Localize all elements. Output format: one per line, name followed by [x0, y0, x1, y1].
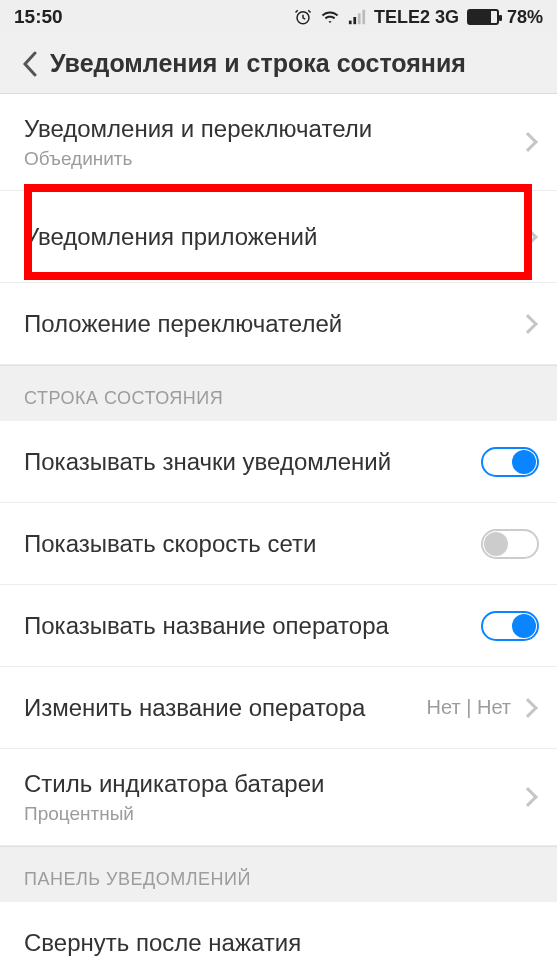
chevron-right-icon	[518, 132, 538, 152]
page-title: Уведомления и строка состояния	[50, 49, 466, 78]
section-header-statusbar: СТРОКА СОСТОЯНИЯ	[0, 365, 557, 421]
row-title: Показывать скорость сети	[24, 529, 481, 559]
wifi-icon	[320, 8, 340, 26]
row-title: Уведомления приложений	[24, 222, 521, 252]
status-bar: 15:50 TELE2 3G 78%	[0, 0, 557, 34]
row-title: Изменить название оператора	[24, 693, 427, 723]
toggle-show-speed[interactable]	[481, 529, 539, 559]
row-show-carrier-name[interactable]: Показывать название оператора	[0, 585, 557, 667]
row-app-notifications[interactable]: Уведомления приложений	[0, 191, 557, 283]
row-collapse-after-tap[interactable]: Свернуть после нажатия	[0, 902, 557, 974]
row-subtitle: Процентный	[24, 803, 521, 825]
back-button[interactable]	[10, 44, 50, 84]
row-edit-carrier-name[interactable]: Изменить название оператора Нет | Нет	[0, 667, 557, 749]
toggle-show-icons[interactable]	[481, 447, 539, 477]
row-title: Показывать название оператора	[24, 611, 481, 641]
row-toggle-position[interactable]: Положение переключателей	[0, 283, 557, 365]
row-title: Положение переключателей	[24, 309, 521, 339]
row-show-network-speed[interactable]: Показывать скорость сети	[0, 503, 557, 585]
row-subtitle: Объединить	[24, 148, 521, 170]
section-header-notif-panel: ПАНЕЛЬ УВЕДОМЛЕНИЙ	[0, 846, 557, 902]
battery-icon	[467, 9, 499, 25]
app-header: Уведомления и строка состояния	[0, 34, 557, 94]
chevron-right-icon	[518, 227, 538, 247]
svg-rect-2	[353, 17, 356, 24]
alarm-icon	[294, 8, 312, 26]
row-show-notification-icons[interactable]: Показывать значки уведомлений	[0, 421, 557, 503]
row-title: Стиль индикатора батареи	[24, 769, 521, 799]
signal-icon	[348, 8, 366, 26]
row-title: Уведомления и переключатели	[24, 114, 521, 144]
chevron-right-icon	[518, 698, 538, 718]
row-title: Свернуть после нажатия	[24, 928, 539, 958]
toggle-show-carrier[interactable]	[481, 611, 539, 641]
carrier-label: TELE2 3G	[374, 7, 459, 28]
battery-pct: 78%	[507, 7, 543, 28]
row-title: Показывать значки уведомлений	[24, 447, 481, 477]
row-notifications-and-toggles[interactable]: Уведомления и переключатели Объединить	[0, 94, 557, 191]
chevron-right-icon	[518, 314, 538, 334]
svg-rect-3	[358, 13, 361, 24]
chevron-right-icon	[518, 787, 538, 807]
svg-rect-4	[362, 10, 365, 24]
svg-rect-1	[349, 21, 352, 25]
clock: 15:50	[14, 6, 63, 28]
row-value: Нет | Нет	[427, 696, 511, 719]
row-battery-indicator-style[interactable]: Стиль индикатора батареи Процентный	[0, 749, 557, 846]
